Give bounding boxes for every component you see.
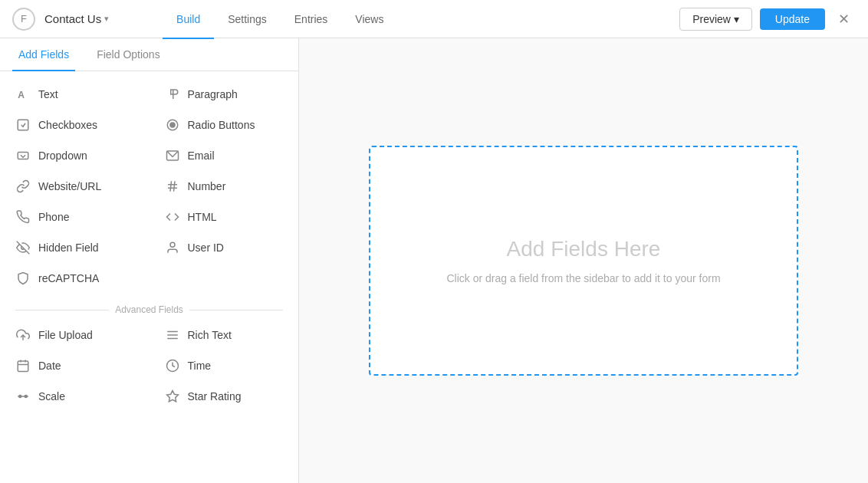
rich-text-icon [165,327,180,343]
star-rating-icon [165,389,180,404]
field-item-html[interactable]: HTML [150,202,299,232]
field-label-email: Email [188,150,215,162]
paragraph-icon [165,87,180,102]
number-icon [165,179,180,194]
svg-marker-24 [166,391,178,402]
field-label-rich-text: Rich Text [188,329,232,341]
topbar-actions: Preview ▾ Update ✕ [679,8,856,31]
email-icon [165,148,180,163]
text-icon: A [15,87,31,102]
form-canvas: Add Fields Here Click or drag a field fr… [299,38,868,483]
field-item-number[interactable]: Number [150,171,299,202]
svg-line-9 [173,181,175,192]
file-upload-icon [15,327,31,343]
field-item-time[interactable]: Time [150,350,299,381]
radio-icon [165,117,180,133]
fields-row-7: reCAPTCHA [0,263,298,294]
fields-row-1: A Text Paragraph [0,79,298,110]
scale-icon [15,389,31,404]
app-logo: F [12,8,35,31]
field-label-checkboxes: Checkboxes [38,119,97,131]
drop-zone-title: Add Fields Here [507,237,661,261]
field-label-radio: Radio Buttons [188,119,255,131]
adv-fields-row-1: File Upload Rich Text [0,320,298,350]
form-title[interactable]: Contact Us ▾ [44,12,109,25]
field-item-radio[interactable]: Radio Buttons [150,110,299,140]
top-nav: Build Settings Entries Views [163,0,397,38]
website-icon [15,179,31,194]
svg-rect-1 [18,120,28,130]
field-label-dropdown: Dropdown [38,150,87,162]
phone-icon [15,209,31,225]
field-label-scale: Scale [38,390,65,402]
svg-line-8 [170,181,172,192]
nav-settings[interactable]: Settings [214,1,281,39]
drop-zone[interactable]: Add Fields Here Click or drag a field fr… [369,146,798,376]
close-icon[interactable]: ✕ [833,8,856,31]
svg-point-11 [170,242,175,247]
dropdown-icon [15,148,31,163]
fields-row-7-empty [150,263,299,294]
checkboxes-icon [15,117,31,133]
nav-build[interactable]: Build [163,1,214,39]
fields-row-2: Checkboxes Radio Buttons [0,110,298,140]
field-label-phone: Phone [38,211,69,223]
update-button[interactable]: Update [760,8,825,30]
fields-row-4: Website/URL Number [0,171,298,202]
field-item-userid[interactable]: User ID [150,232,299,263]
field-label-date: Date [38,360,61,372]
field-label-paragraph: Paragraph [188,88,238,100]
hidden-icon [15,240,31,255]
field-item-date[interactable]: Date [0,350,150,381]
field-item-hidden[interactable]: Hidden Field [0,232,150,263]
userid-icon [165,240,180,255]
field-item-phone[interactable]: Phone [0,202,150,232]
form-title-text: Contact Us [44,12,101,25]
field-item-scale[interactable]: Scale [0,381,150,412]
fields-list: A Text Paragraph Checkboxes [0,71,298,483]
html-icon [165,209,180,225]
fields-row-3: Dropdown Email [0,140,298,171]
main-layout: Add Fields Field Options A Text Paragrap… [0,38,868,483]
field-item-paragraph[interactable]: Paragraph [150,79,299,110]
field-label-number: Number [188,180,226,192]
drop-zone-subtitle: Click or drag a field from the sidebar t… [446,272,720,284]
date-icon [15,358,31,373]
field-item-text[interactable]: A Text [0,79,150,110]
nav-views[interactable]: Views [341,1,397,39]
advanced-fields-label: Advanced Fields [0,294,298,320]
field-label-recaptcha: reCAPTCHA [38,272,99,284]
field-item-file-upload[interactable]: File Upload [0,320,150,350]
svg-point-22 [19,396,21,398]
field-item-recaptcha[interactable]: reCAPTCHA [0,263,150,294]
tab-field-options[interactable]: Field Options [90,39,166,71]
field-label-html: HTML [188,211,217,223]
svg-point-23 [25,396,27,398]
field-label-website: Website/URL [38,180,101,192]
sidebar-tabs: Add Fields Field Options [0,38,298,71]
field-label-text: Text [38,88,58,100]
nav-entries[interactable]: Entries [281,1,342,39]
field-label-star-rating: Star Rating [188,390,242,402]
svg-rect-16 [18,361,28,372]
topbar: F Contact Us ▾ Build Settings Entries Vi… [0,0,868,38]
svg-point-3 [170,123,175,127]
field-label-hidden: Hidden Field [38,242,99,254]
field-item-email[interactable]: Email [150,140,299,171]
field-item-checkboxes[interactable]: Checkboxes [0,110,150,140]
sidebar: Add Fields Field Options A Text Paragrap… [0,38,299,483]
fields-row-6: Hidden Field User ID [0,232,298,263]
preview-button[interactable]: Preview ▾ [679,8,752,31]
field-item-website[interactable]: Website/URL [0,171,150,202]
field-item-rich-text[interactable]: Rich Text [150,320,299,350]
field-label-file-upload: File Upload [38,329,93,341]
fields-row-5: Phone HTML [0,202,298,232]
field-label-time: Time [188,360,212,372]
field-label-userid: User ID [188,242,224,254]
field-item-dropdown[interactable]: Dropdown [0,140,150,171]
time-icon [165,358,180,373]
svg-text:A: A [18,90,25,100]
adv-fields-row-3: Scale Star Rating [0,381,298,412]
field-item-star-rating[interactable]: Star Rating [150,381,299,412]
tab-add-fields[interactable]: Add Fields [12,39,75,71]
